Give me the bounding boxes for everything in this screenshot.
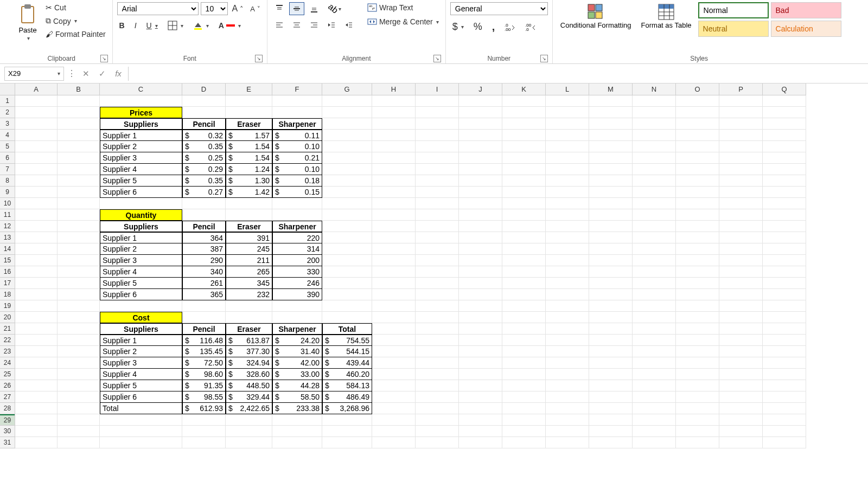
- cell[interactable]: [589, 289, 633, 300]
- cell[interactable]: [633, 380, 676, 391]
- cell[interactable]: [322, 198, 372, 209]
- enter-icon[interactable]: ✓: [95, 67, 108, 80]
- number-format-select[interactable]: General: [450, 2, 548, 15]
- cell[interactable]: [15, 232, 58, 243]
- cell[interactable]: [15, 107, 58, 118]
- cell[interactable]: [372, 209, 416, 221]
- cell[interactable]: [719, 164, 763, 175]
- row-headers[interactable]: 1234567891011121314151617181920212223242…: [0, 95, 15, 448]
- cut-button[interactable]: ✂ Cut: [43, 2, 108, 13]
- cell[interactable]: [719, 221, 763, 232]
- cell[interactable]: [322, 255, 372, 266]
- cell[interactable]: [372, 107, 416, 118]
- cell[interactable]: 365: [182, 289, 226, 300]
- cell[interactable]: [416, 107, 459, 118]
- cell[interactable]: $0.10: [272, 164, 322, 175]
- row-header[interactable]: 7: [0, 164, 15, 175]
- cell[interactable]: [459, 403, 502, 414]
- column-header[interactable]: D: [182, 84, 226, 95]
- cell[interactable]: [719, 335, 763, 346]
- cell[interactable]: [676, 164, 719, 175]
- align-right-button[interactable]: [307, 18, 322, 31]
- cell[interactable]: Pencil: [182, 221, 226, 232]
- cell[interactable]: [182, 312, 226, 323]
- cell[interactable]: Supplier 4: [100, 266, 182, 278]
- cell[interactable]: [502, 130, 546, 141]
- cell[interactable]: [459, 187, 502, 198]
- cell[interactable]: [546, 278, 589, 289]
- cell[interactable]: [322, 243, 372, 255]
- cell[interactable]: [226, 300, 272, 312]
- row-header[interactable]: 12: [0, 221, 15, 232]
- cell[interactable]: 390: [272, 289, 322, 300]
- currency-button[interactable]: $▾: [450, 20, 466, 34]
- name-box[interactable]: X29 ▾: [4, 67, 64, 81]
- cell[interactable]: [416, 278, 459, 289]
- format-as-table-button[interactable]: Format as Table: [638, 2, 695, 30]
- cell[interactable]: [676, 266, 719, 278]
- fill-color-button[interactable]: ▾: [191, 20, 211, 31]
- cell[interactable]: 265: [226, 266, 272, 278]
- cell[interactable]: [546, 300, 589, 312]
- cell[interactable]: [546, 289, 589, 300]
- column-header[interactable]: F: [272, 84, 322, 95]
- cell[interactable]: Supplier 6: [100, 289, 182, 300]
- align-center-button[interactable]: [289, 18, 304, 31]
- cell[interactable]: [226, 312, 272, 323]
- cell[interactable]: [546, 130, 589, 141]
- cell[interactable]: [416, 95, 459, 107]
- cell[interactable]: [459, 414, 502, 426]
- cell[interactable]: [502, 175, 546, 187]
- cell[interactable]: $1.57: [226, 130, 272, 141]
- cell[interactable]: [416, 346, 459, 357]
- column-header[interactable]: A: [15, 84, 58, 95]
- cell[interactable]: [633, 323, 676, 335]
- dialog-launcher-icon[interactable]: ↘: [255, 55, 263, 62]
- cell[interactable]: [546, 243, 589, 255]
- cell[interactable]: [182, 414, 226, 426]
- cell[interactable]: [763, 414, 806, 426]
- cell[interactable]: Pencil: [182, 118, 226, 130]
- cell[interactable]: $1.30: [226, 175, 272, 187]
- column-header[interactable]: M: [589, 84, 633, 95]
- cell[interactable]: [58, 130, 100, 141]
- cell[interactable]: [100, 426, 182, 437]
- cell[interactable]: 314: [272, 243, 322, 255]
- cell[interactable]: [459, 346, 502, 357]
- dialog-launcher-icon[interactable]: ↘: [433, 55, 441, 62]
- cell[interactable]: [763, 107, 806, 118]
- cell[interactable]: [589, 278, 633, 289]
- cell[interactable]: [763, 391, 806, 403]
- cell[interactable]: [58, 437, 100, 448]
- cell[interactable]: $24.20: [272, 335, 322, 346]
- row-header[interactable]: 15: [0, 255, 15, 266]
- cell[interactable]: [322, 300, 372, 312]
- cell[interactable]: [546, 335, 589, 346]
- cell[interactable]: 330: [272, 266, 322, 278]
- cell[interactable]: [58, 312, 100, 323]
- row-header[interactable]: 28: [0, 403, 15, 414]
- cell[interactable]: [372, 357, 416, 369]
- cell[interactable]: [546, 323, 589, 335]
- cell[interactable]: $0.10: [272, 141, 322, 152]
- cell[interactable]: [182, 209, 226, 221]
- menu-icon[interactable]: ⋮: [67, 68, 76, 79]
- cell[interactable]: [416, 403, 459, 414]
- cell[interactable]: [100, 414, 182, 426]
- cell[interactable]: [633, 209, 676, 221]
- cell[interactable]: [226, 198, 272, 209]
- cell[interactable]: [676, 255, 719, 266]
- align-bottom-button[interactable]: [307, 2, 322, 15]
- cell[interactable]: $0.35: [182, 141, 226, 152]
- spreadsheet-grid[interactable]: ABCDEFGHIJKLMNOPQ 1234567891011121314151…: [0, 84, 868, 488]
- cell[interactable]: [633, 426, 676, 437]
- cell[interactable]: [546, 164, 589, 175]
- cell[interactable]: [763, 437, 806, 448]
- cell[interactable]: [589, 141, 633, 152]
- cell[interactable]: [416, 369, 459, 380]
- cell[interactable]: Eraser: [226, 118, 272, 130]
- cell[interactable]: [58, 232, 100, 243]
- cell[interactable]: [372, 266, 416, 278]
- cell[interactable]: Supplier 3: [100, 255, 182, 266]
- cell[interactable]: Sharpener: [272, 323, 322, 335]
